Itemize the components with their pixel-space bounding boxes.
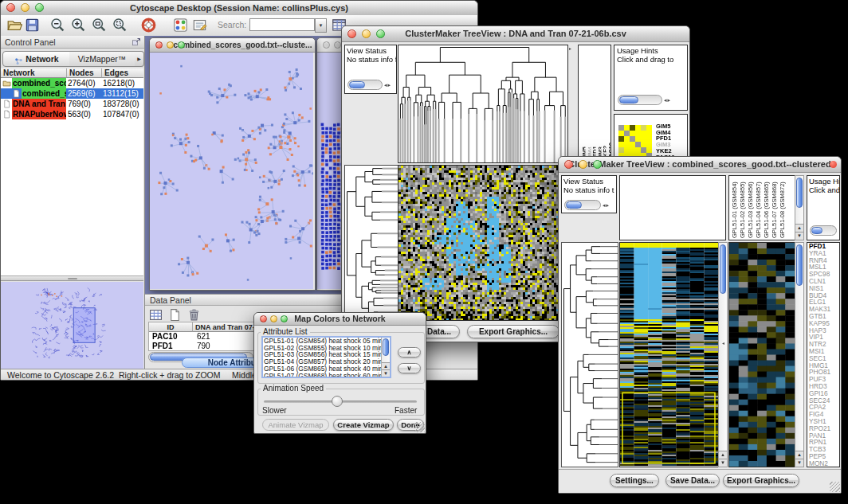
- network-list-row[interactable]: DNA and Tran 07769(0)183728(0): [1, 99, 143, 109]
- mini-heatmap-cell[interactable]: [646, 142, 652, 147]
- minimize-button[interactable]: [334, 41, 341, 49]
- mini-heatmap-cell[interactable]: [618, 131, 624, 136]
- panel-splitter[interactable]: [1, 275, 143, 281]
- scroll-thumb[interactable]: [811, 227, 822, 234]
- mini-heatmap-cell[interactable]: [630, 125, 635, 131]
- move-up-button[interactable]: ∧: [398, 347, 421, 357]
- attribute-list-vscrollbar[interactable]: ▲ ▼: [381, 338, 390, 377]
- close-button[interactable]: [323, 41, 330, 49]
- network-list-row[interactable]: combined_scores2764(0)16218(0): [1, 78, 143, 88]
- zoom-button[interactable]: [281, 315, 288, 322]
- zoom-fit-icon[interactable]: [92, 18, 107, 33]
- minimize-button[interactable]: [270, 315, 277, 322]
- minimize-button[interactable]: [21, 3, 29, 12]
- search-dropdown-arrow[interactable]: ▼: [315, 18, 327, 33]
- heatmap-canvas[interactable]: [619, 242, 719, 467]
- resize-grip[interactable]: [830, 482, 840, 492]
- mini-heatmap-cell[interactable]: [635, 136, 641, 142]
- mini-heatmap-cell[interactable]: [635, 125, 641, 131]
- trash-icon[interactable]: [187, 308, 201, 322]
- zoom-button[interactable]: [593, 160, 602, 169]
- scroll-up-icon[interactable]: ▲: [719, 451, 727, 459]
- scroll-down-icon[interactable]: ▼: [719, 459, 727, 467]
- save-icon[interactable]: [25, 18, 40, 33]
- create-vizmap-button[interactable]: Create Vizmap: [333, 419, 394, 431]
- vscrollbar-thumb[interactable]: [383, 338, 389, 356]
- mini-heatmap-cell[interactable]: [635, 142, 641, 147]
- mini-heatmap-cell[interactable]: [641, 131, 646, 136]
- mini-heatmap-cell[interactable]: [641, 125, 646, 131]
- new-document-icon[interactable]: [168, 308, 182, 322]
- mini-heatmap-cell[interactable]: [630, 136, 635, 142]
- mini-heatmap-cell[interactable]: [641, 136, 646, 142]
- scroll-down-icon[interactable]: ▼: [382, 369, 390, 377]
- mini-heatmap-cell[interactable]: [646, 136, 652, 142]
- zoom-heatmap-canvas[interactable]: [728, 242, 795, 467]
- annotation-icon[interactable]: [192, 18, 207, 33]
- scroll-thumb[interactable]: [619, 96, 638, 104]
- zoom-button[interactable]: [178, 41, 185, 49]
- usage-hints-scrollbar[interactable]: [618, 95, 662, 105]
- minimize-button[interactable]: [362, 29, 371, 38]
- open-icon[interactable]: [7, 18, 22, 33]
- column-header-nodes[interactable]: Nodes: [67, 68, 102, 78]
- zoom-in-icon[interactable]: [71, 18, 86, 33]
- mini-heatmap-cell[interactable]: [624, 136, 630, 142]
- more-tabs-button[interactable]: ▶: [135, 51, 144, 67]
- column-labels-vscrollbar[interactable]: ▲ ▼: [795, 175, 804, 240]
- close-button[interactable]: [564, 160, 573, 169]
- mini-heatmap-cell[interactable]: [630, 131, 635, 136]
- dialog-titlebar[interactable]: Map Colors to Network: [254, 313, 426, 326]
- scroll-up-icon[interactable]: ▲: [795, 451, 803, 459]
- settings-button[interactable]: Settings...: [610, 474, 659, 487]
- usage-hints-scrollbar[interactable]: [810, 225, 837, 236]
- mini-heatmap-cell[interactable]: [624, 147, 630, 153]
- animate-vizmap-button[interactable]: Animate Vizmap: [262, 419, 329, 431]
- column-header-id[interactable]: ID: [149, 322, 193, 332]
- mini-heatmap-cell[interactable]: [630, 142, 635, 147]
- scroll-arrows-icon[interactable]: ◂▸: [603, 200, 610, 210]
- column-label[interactable]: GPL51-06 (GSM865): [763, 178, 771, 238]
- mini-heatmap-cell[interactable]: [618, 147, 624, 153]
- animation-slider-thumb[interactable]: [332, 396, 343, 407]
- treeview2-column-dendrogram-panel[interactable]: [619, 175, 726, 240]
- column-label[interactable]: GPL51-01 (GSM854): [731, 178, 739, 238]
- scroll-down-icon[interactable]: ▼: [795, 459, 803, 467]
- vizmapper-icon[interactable]: [173, 18, 188, 33]
- attribute-list-item[interactable]: GPL51-07 (GSM868) heat shock 60 min: [264, 373, 374, 378]
- close-button[interactable]: [347, 29, 356, 38]
- minimize-button[interactable]: [167, 41, 174, 49]
- mini-heatmap-cell[interactable]: [618, 125, 624, 131]
- mini-heatmap-cell[interactable]: [635, 131, 641, 136]
- scroll-arrows-icon[interactable]: ◂▸: [384, 80, 391, 90]
- collapse-arrow-icon[interactable]: ▸: [569, 45, 571, 51]
- search-input[interactable]: [249, 18, 315, 31]
- close-button[interactable]: [260, 315, 267, 322]
- mini-heatmap-cell[interactable]: [646, 147, 652, 153]
- mini-heatmap-cell[interactable]: [618, 142, 624, 147]
- move-down-button[interactable]: ∨: [398, 363, 421, 373]
- column-label[interactable]: GPL51-04 (GSM857): [755, 178, 763, 238]
- scroll-thumb[interactable]: [349, 81, 365, 88]
- scroll-up-icon[interactable]: ▲: [382, 362, 390, 369]
- tab-vizmapper[interactable]: VizMapper™: [69, 51, 135, 67]
- vscrollbar-thumb[interactable]: [720, 244, 726, 294]
- row-dendrogram-canvas[interactable]: [344, 165, 398, 321]
- view-status-scrollbar[interactable]: [347, 80, 383, 90]
- network-list-row[interactable]: combined_sco2569(6)13112(15): [1, 88, 143, 99]
- zoom-heatmap-vscrollbar[interactable]: ▲ ▼: [795, 242, 804, 467]
- mini-heatmap-cell[interactable]: [646, 125, 652, 131]
- tab-network[interactable]: Network: [2, 51, 71, 67]
- birdseye-view-canvas[interactable]: [1, 282, 143, 369]
- scroll-arrows-icon[interactable]: ◂▸: [664, 95, 671, 105]
- column-dendrogram-canvas[interactable]: [398, 45, 568, 163]
- scroll-down-icon[interactable]: ▼: [795, 232, 803, 240]
- column-label[interactable]: GPL51-03 (GSM856): [747, 178, 755, 238]
- mini-heatmap-cell[interactable]: [641, 147, 646, 153]
- mini-heatmap-cell[interactable]: [618, 136, 624, 142]
- heatmap-canvas[interactable]: [398, 165, 568, 321]
- table-icon[interactable]: [149, 308, 163, 322]
- column-label[interactable]: GPL51-08 (GSM872): [779, 178, 787, 238]
- treeview1-titlebar[interactable]: ClusterMaker TreeView : DNA and Tran 07-…: [342, 26, 689, 42]
- network-list-row[interactable]: RNAPuberNov2+|563(0)107847(0): [1, 109, 143, 119]
